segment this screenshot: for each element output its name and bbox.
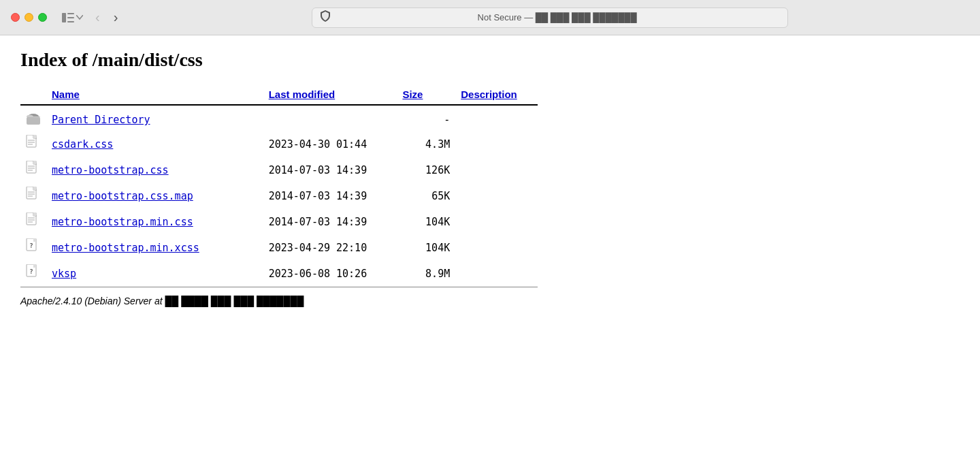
file-name-cell[interactable]: metro-bootstrap.css — [46, 157, 263, 183]
page-content: Index of /main/dist/css Name Last modifi… — [0, 35, 612, 327]
file-icon-cell — [20, 131, 46, 157]
sidebar-toggle[interactable] — [62, 13, 83, 22]
file-size-cell: 104K — [397, 235, 455, 261]
name-sort-link[interactable]: Name — [52, 89, 80, 100]
file-icon-cell — [20, 157, 46, 183]
file-link[interactable]: vksp — [52, 268, 76, 280]
svg-rect-3 — [67, 21, 74, 22]
file-icon-cell — [20, 183, 46, 209]
forward-button[interactable]: › — [110, 8, 122, 27]
close-button[interactable] — [11, 13, 20, 22]
file-name-cell[interactable]: Parent Directory — [46, 108, 263, 131]
file-table: Name Last modified Size Description — [20, 84, 538, 290]
address-bar-container: Not Secure — ██ ███ ███ ███████ — [130, 7, 969, 28]
nav-buttons: ‹ › — [91, 8, 122, 27]
file-name-cell[interactable]: metro-bootstrap.min.xcss — [46, 235, 263, 261]
separator-row-end — [20, 287, 538, 291]
description-header[interactable]: Description — [455, 84, 538, 105]
svg-rect-0 — [62, 13, 66, 22]
file-desc-cell — [455, 131, 538, 157]
file-link[interactable]: Parent Directory — [52, 114, 150, 126]
file-name-cell[interactable]: metro-bootstrap.css.map — [46, 183, 263, 209]
fullscreen-button[interactable] — [38, 13, 47, 22]
file-date-cell: 2014-07-03 14:39 — [263, 183, 397, 209]
file-name-cell[interactable]: metro-bootstrap.min.css — [46, 209, 263, 235]
svg-rect-7 — [27, 117, 40, 125]
file-link[interactable]: metro-bootstrap.css.map — [52, 190, 193, 202]
date-header[interactable]: Last modified — [263, 84, 397, 105]
svg-text:?: ? — [29, 242, 33, 249]
address-text: Not Secure — ██ ███ ███ ███████ — [336, 12, 779, 22]
sidebar-icon — [62, 13, 74, 22]
file-link[interactable]: metro-bootstrap.min.css — [52, 216, 193, 228]
file-desc-cell — [455, 209, 538, 235]
table-row: metro-bootstrap.css.map 2014-07-03 14:39… — [20, 183, 538, 209]
back-button[interactable]: ‹ — [91, 8, 104, 27]
file-date-cell — [263, 108, 397, 131]
file-desc-cell — [455, 261, 538, 287]
file-date-cell: 2023-06-08 10:26 — [263, 261, 397, 287]
file-link[interactable]: metro-bootstrap.css — [52, 164, 169, 176]
description-sort-link[interactable]: Description — [461, 89, 517, 100]
file-size-cell: 126K — [397, 157, 455, 183]
file-desc-cell — [455, 157, 538, 183]
document-icon — [26, 187, 39, 203]
file-desc-cell — [455, 183, 538, 209]
chevron-down-icon — [76, 15, 83, 20]
traffic-lights — [11, 13, 47, 22]
svg-rect-1 — [67, 13, 74, 14]
file-date-cell: 2023-04-30 01:44 — [263, 131, 397, 157]
table-row: ? vksp 2023-06-08 10:26 8.9M — [20, 261, 538, 287]
size-sort-link[interactable]: Size — [402, 89, 423, 100]
minimize-button[interactable] — [24, 13, 33, 22]
address-bar[interactable]: Not Secure — ██ ███ ███ ███████ — [312, 7, 788, 28]
file-desc-cell — [455, 235, 538, 261]
file-size-cell: 65K — [397, 183, 455, 209]
name-header[interactable]: Name — [46, 84, 263, 105]
document-icon — [26, 161, 39, 177]
page-title: Index of /main/dist/css — [20, 49, 592, 71]
document-icon — [26, 212, 39, 229]
unknown-icon: ? — [26, 238, 39, 255]
icon-header — [20, 84, 46, 105]
table-row: metro-bootstrap.min.css 2014-07-03 14:39… — [20, 209, 538, 235]
file-size-cell: 4.3M — [397, 131, 455, 157]
file-date-cell: 2014-07-03 14:39 — [263, 209, 397, 235]
shield-icon — [321, 10, 330, 25]
table-header-row: Name Last modified Size Description — [20, 84, 538, 105]
table-row: Parent Directory - — [20, 108, 538, 131]
table-row: csdark.css 2023-04-30 01:44 4.3M — [20, 131, 538, 157]
browser-chrome: ‹ › Not Secure — ██ ███ ███ ███████ — [0, 0, 980, 35]
document-icon — [26, 135, 39, 151]
size-header[interactable]: Size — [397, 84, 455, 105]
file-name-cell[interactable]: csdark.css — [46, 131, 263, 157]
svg-text:?: ? — [29, 268, 33, 275]
file-size-cell: - — [397, 108, 455, 131]
svg-rect-2 — [67, 17, 74, 18]
file-icon-cell — [20, 209, 46, 235]
file-icon-cell — [20, 108, 46, 131]
file-size-cell: 8.9M — [397, 261, 455, 287]
unknown-icon: ? — [26, 264, 39, 281]
file-name-cell[interactable]: vksp — [46, 261, 263, 287]
table-row: ? metro-bootstrap.min.xcss 2023-04-29 22… — [20, 235, 538, 261]
table-row: metro-bootstrap.css 2014-07-03 14:39 126… — [20, 157, 538, 183]
file-date-cell: 2023-04-29 22:10 — [263, 235, 397, 261]
file-link[interactable]: metro-bootstrap.min.xcss — [52, 242, 199, 254]
file-date-cell: 2014-07-03 14:39 — [263, 157, 397, 183]
date-sort-link[interactable]: Last modified — [269, 89, 336, 100]
footer-text: Apache/2.4.10 (Debian) Server at ██ ████… — [20, 296, 592, 306]
file-desc-cell — [455, 108, 538, 131]
file-link[interactable]: csdark.css — [52, 138, 113, 150]
file-size-cell: 104K — [397, 209, 455, 235]
file-icon-cell: ? — [20, 261, 46, 287]
folder-icon — [26, 112, 41, 125]
file-icon-cell: ? — [20, 235, 46, 261]
